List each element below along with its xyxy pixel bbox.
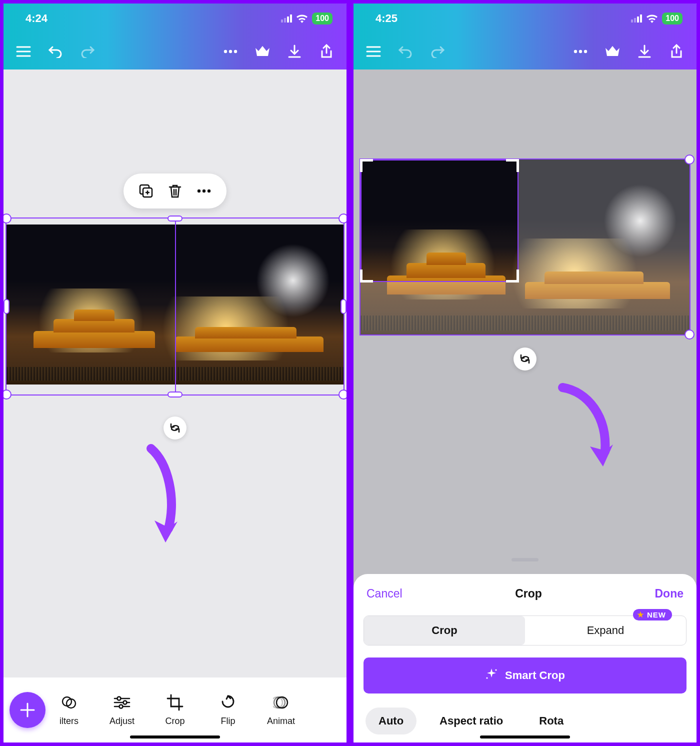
handle-bl[interactable]: [2, 390, 12, 400]
crown-icon[interactable]: [604, 42, 622, 60]
status-bar: 4:25 100: [354, 4, 696, 34]
adjust-icon: [114, 694, 130, 711]
arrow-annotation: [558, 382, 622, 474]
handle-tr[interactable]: [338, 214, 348, 224]
crop-inner-box[interactable]: [360, 160, 518, 282]
outer-handle-tr[interactable]: [684, 154, 694, 164]
canvas-area-right[interactable]: Cancel Crop Done Crop Expand NEW Smart C…: [354, 70, 696, 742]
handle-right[interactable]: [340, 299, 346, 314]
menu-icon[interactable]: [364, 42, 382, 60]
duplicate-icon[interactable]: [138, 182, 154, 200]
svg-point-39: [574, 50, 577, 53]
sheet-header: Cancel Crop Done: [364, 587, 686, 600]
tool-adjust[interactable]: Adjust: [104, 694, 140, 726]
share-icon[interactable]: [318, 42, 336, 60]
chip-auto[interactable]: Auto: [366, 708, 416, 734]
float-actions: [124, 174, 226, 208]
tool-label: Crop: [165, 716, 184, 726]
svg-point-26: [124, 700, 127, 704]
battery-indicator: 100: [662, 12, 682, 24]
crop-sheet: Cancel Crop Done Crop Expand NEW Smart C…: [354, 574, 696, 742]
tool-filters[interactable]: ilters: [52, 694, 86, 726]
redo-icon[interactable]: [428, 42, 446, 60]
chip-row[interactable]: Auto Aspect ratio Rota: [364, 708, 686, 734]
signal-icon: [281, 14, 292, 22]
filters-icon: [60, 694, 78, 711]
svg-point-28: [120, 704, 123, 708]
tool-animate[interactable]: Animat: [264, 694, 298, 726]
canvas-area-left[interactable]: [4, 70, 346, 678]
tool-crop[interactable]: Crop: [158, 694, 192, 726]
sheet-grabber[interactable]: [512, 558, 538, 562]
chip-aspect[interactable]: Aspect ratio: [426, 708, 516, 734]
more-icon[interactable]: [572, 42, 590, 60]
handle-top[interactable]: [168, 216, 182, 222]
header-gradient-left: 4:24 100: [4, 4, 346, 70]
smart-crop-button[interactable]: Smart Crop: [364, 658, 686, 694]
handle-left[interactable]: [4, 299, 10, 314]
rotate-button[interactable]: [514, 348, 536, 370]
tool-flip[interactable]: Flip: [210, 694, 246, 726]
svg-point-24: [118, 696, 121, 700]
signal-icon: [631, 14, 642, 22]
more-dots-icon[interactable]: [196, 182, 212, 200]
crown-icon[interactable]: [254, 42, 272, 60]
cancel-button[interactable]: Cancel: [366, 587, 402, 600]
trash-icon[interactable]: [166, 182, 184, 200]
redo-icon[interactable]: [78, 42, 96, 60]
home-indicator: [130, 736, 220, 738]
svg-point-18: [208, 190, 210, 192]
crop-expand-segment: Crop Expand NEW: [364, 616, 686, 646]
tool-label: ilters: [60, 716, 78, 726]
crop-corner-tl[interactable]: [360, 159, 373, 172]
handle-bottom[interactable]: [168, 392, 182, 398]
download-icon[interactable]: [286, 42, 304, 60]
header-gradient-right: 4:25 100: [354, 4, 696, 70]
menu-icon[interactable]: [14, 42, 32, 60]
svg-point-8: [229, 50, 232, 53]
guide-vertical: [175, 218, 176, 394]
svg-point-43: [486, 677, 488, 678]
phone-right: 4:25 100: [352, 2, 698, 744]
app-bar: [354, 34, 696, 70]
status-time: 4:24: [26, 12, 48, 25]
seg-crop[interactable]: Crop: [364, 616, 525, 645]
crop-corner-bl[interactable]: [360, 270, 373, 282]
status-right: 100: [631, 12, 682, 24]
tool-label: Animat: [267, 716, 295, 726]
undo-icon[interactable]: [46, 42, 64, 60]
wifi-icon: [296, 14, 308, 23]
crop-dim-bottom: [360, 282, 518, 334]
crop-outer-box[interactable]: [360, 158, 690, 336]
svg-point-16: [198, 190, 200, 192]
selection-box[interactable]: [6, 218, 344, 396]
handle-br[interactable]: [338, 390, 348, 400]
svg-point-41: [584, 50, 587, 53]
svg-rect-32: [631, 20, 633, 22]
chip-rotate[interactable]: Rota: [526, 708, 576, 734]
crop-corner-tr[interactable]: [506, 159, 519, 172]
app-bar: [4, 34, 346, 70]
rotate-button[interactable]: [164, 416, 186, 440]
share-icon[interactable]: [668, 42, 686, 60]
svg-rect-35: [640, 14, 642, 22]
add-fab[interactable]: [10, 692, 46, 728]
svg-point-42: [495, 669, 496, 670]
outer-handle-br[interactable]: [684, 330, 694, 340]
more-icon[interactable]: [222, 42, 240, 60]
crop-corner-br[interactable]: [506, 270, 519, 282]
tool-label: Flip: [220, 716, 235, 726]
status-time: 4:25: [376, 12, 398, 25]
new-badge: NEW: [633, 609, 672, 620]
tool-scroll[interactable]: ilters Adjust Crop Flip: [52, 694, 340, 726]
download-icon[interactable]: [636, 42, 654, 60]
tool-label: Adjust: [110, 716, 134, 726]
undo-icon[interactable]: [396, 42, 414, 60]
battery-indicator: 100: [312, 12, 332, 24]
svg-rect-1: [284, 18, 286, 22]
svg-point-17: [202, 190, 206, 192]
done-button[interactable]: Done: [655, 587, 684, 600]
svg-point-7: [224, 50, 227, 53]
handle-tl[interactable]: [2, 214, 12, 224]
svg-point-30: [274, 697, 285, 708]
